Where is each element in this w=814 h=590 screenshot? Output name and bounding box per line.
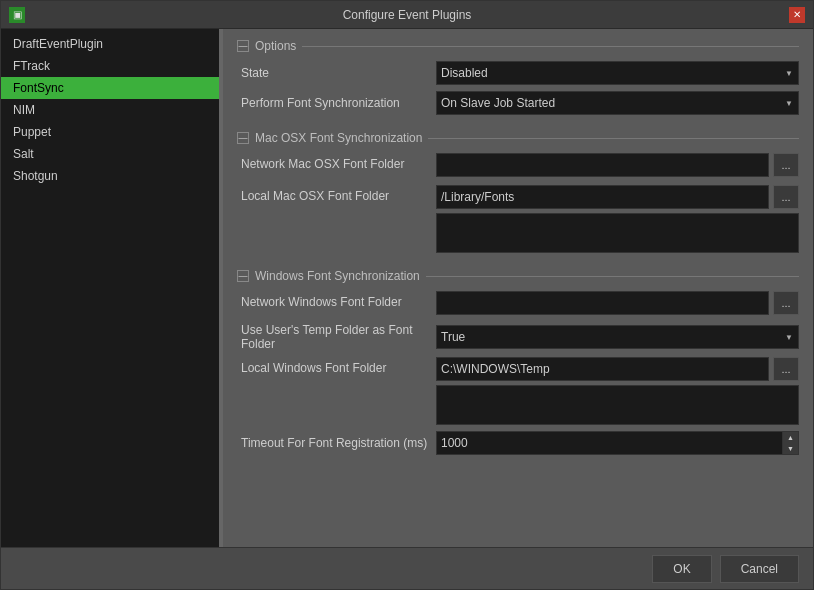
windows-header-line [426,276,799,277]
mac-osx-content: Network Mac OSX Font Folder ... [237,153,799,253]
timeout-spinner-up[interactable]: ▲ [783,432,798,443]
use-temp-row: Use User's Temp Folder as Font Folder Tr… [241,323,799,351]
sidebar-item-ftrack[interactable]: FTrack [1,55,219,77]
network-win-folder-control: ... [436,291,799,317]
sidebar-item-salt[interactable]: Salt [1,143,219,165]
local-win-folder-input[interactable] [436,357,769,381]
local-mac-folder-input-row: ... [436,185,799,209]
use-temp-select[interactable]: True False [436,325,799,349]
local-win-folder-control: ... [436,357,799,425]
options-header-line [302,46,799,47]
windows-section: — Windows Font Synchronization Network W… [237,269,799,461]
sidebar-item-shotgun[interactable]: Shotgun [1,165,219,187]
local-mac-browse-button[interactable]: ... [773,185,799,209]
windows-content: Network Windows Font Folder ... [237,291,799,455]
state-row: State Disabled Enabled [241,61,799,85]
timeout-control: ▲ ▼ [436,431,799,455]
sidebar-item-puppet[interactable]: Puppet [1,121,219,143]
main-window: ▣ Configure Event Plugins ✕ DraftEventPl… [0,0,814,590]
options-content: State Disabled Enabled Perform Font Sync [237,61,799,115]
perform-sync-row: Perform Font Synchronization On Slave Jo… [241,91,799,115]
network-mac-folder-control: ... [436,153,799,179]
options-section: — Options State Disabled Enabled [237,39,799,121]
local-win-folder-extra [436,385,799,425]
state-control: Disabled Enabled [436,61,799,85]
local-mac-folder-row: Local Mac OSX Font Folder ... [241,185,799,253]
local-win-folder-input-row: ... [436,357,799,381]
timeout-spinner-down[interactable]: ▼ [783,443,798,454]
network-mac-folder-input[interactable] [436,153,769,177]
local-win-browse-button[interactable]: ... [773,357,799,381]
timeout-spinner-row: ▲ ▼ [436,431,799,455]
local-win-folder-label: Local Windows Font Folder [241,357,436,375]
local-mac-folder-input[interactable] [436,185,769,209]
perform-sync-control: On Slave Job Started On Job Started Disa… [436,91,799,115]
main-panel: — Options State Disabled Enabled [223,29,813,547]
timeout-label: Timeout For Font Registration (ms) [241,436,436,450]
titlebar: ▣ Configure Event Plugins ✕ [1,1,813,29]
local-mac-folder-control: ... [436,185,799,253]
windows-collapse-button[interactable]: — [237,270,249,282]
network-win-folder-label: Network Windows Font Folder [241,291,436,309]
network-mac-browse-button[interactable]: ... [773,153,799,177]
mac-osx-collapse-button[interactable]: — [237,132,249,144]
network-win-browse-button[interactable]: ... [773,291,799,315]
network-win-folder-row: Network Windows Font Folder ... [241,291,799,317]
use-temp-control: True False [436,325,799,349]
cancel-button[interactable]: Cancel [720,555,799,583]
content-area: DraftEventPlugin FTrack FontSync NIM Pup… [1,29,813,547]
timeout-spinner-buttons: ▲ ▼ [783,431,799,455]
sidebar-item-fontsync[interactable]: FontSync [1,77,219,99]
network-mac-folder-input-row: ... [436,153,799,177]
mac-osx-header-line [428,138,799,139]
bottom-bar: OK Cancel [1,547,813,589]
options-section-header: — Options [237,39,799,53]
use-temp-label: Use User's Temp Folder as Font Folder [241,323,436,351]
network-mac-folder-label: Network Mac OSX Font Folder [241,153,436,171]
local-mac-folder-label: Local Mac OSX Font Folder [241,185,436,203]
local-win-folder-row: Local Windows Font Folder ... [241,357,799,425]
windows-section-header: — Windows Font Synchronization [237,269,799,283]
network-win-folder-input[interactable] [436,291,769,315]
state-select[interactable]: Disabled Enabled [436,61,799,85]
mac-osx-section: — Mac OSX Font Synchronization Network M… [237,131,799,259]
perform-sync-select[interactable]: On Slave Job Started On Job Started Disa… [436,91,799,115]
app-icon: ▣ [9,7,25,23]
timeout-row: Timeout For Font Registration (ms) ▲ ▼ [241,431,799,455]
network-win-folder-input-row: ... [436,291,799,315]
sidebar-item-drafteventplugin[interactable]: DraftEventPlugin [1,33,219,55]
perform-sync-select-wrapper: On Slave Job Started On Job Started Disa… [436,91,799,115]
sidebar-item-nim[interactable]: NIM [1,99,219,121]
local-mac-folder-extra [436,213,799,253]
perform-sync-label: Perform Font Synchronization [241,96,436,110]
close-button[interactable]: ✕ [789,7,805,23]
options-collapse-button[interactable]: — [237,40,249,52]
state-label: State [241,66,436,80]
ok-button[interactable]: OK [652,555,711,583]
window-title: Configure Event Plugins [25,8,789,22]
mac-osx-section-header: — Mac OSX Font Synchronization [237,131,799,145]
network-mac-folder-row: Network Mac OSX Font Folder ... [241,153,799,179]
sidebar: DraftEventPlugin FTrack FontSync NIM Pup… [1,29,219,547]
use-temp-select-wrapper: True False [436,325,799,349]
timeout-input[interactable] [436,431,783,455]
state-select-wrapper: Disabled Enabled [436,61,799,85]
